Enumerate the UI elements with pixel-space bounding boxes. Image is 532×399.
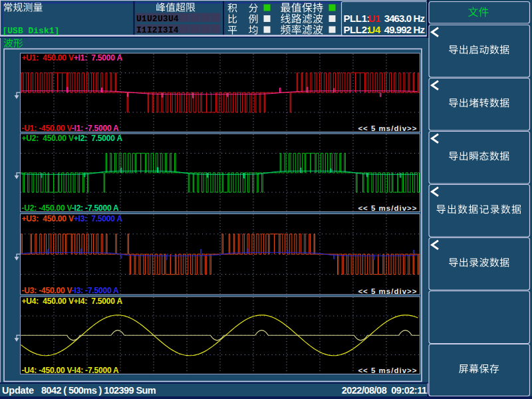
svg-text:U4: U4 — [368, 24, 381, 35]
svg-text:I4: I4 — [168, 25, 179, 35]
svg-text:I3: I3 — [158, 25, 168, 35]
svg-text:PLL1:: PLL1: — [344, 13, 370, 24]
svg-text:U2: U2 — [147, 14, 158, 24]
svg-text:49.992 Hz: 49.992 Hz — [384, 24, 425, 35]
svg-text:-U2: -450.00 V-I2: -7.5000 A: -U2: -450.00 V-I2: -7.5000 A — [22, 203, 120, 213]
svg-text:+U3: 450.00 V+I3: 7.5000 A: +U3: 450.00 V+I3: 7.5000 A — [22, 214, 123, 223]
svg-text:+U1: 450.00 V+I1: 7.5000 A: +U1: 450.00 V+I1: 7.5000 A — [22, 53, 123, 63]
svg-text:U1: U1 — [136, 14, 147, 24]
svg-text:[USB Disk1]: [USB Disk1] — [3, 26, 60, 36]
svg-text:Update: Update — [2, 385, 34, 396]
svg-text:<< 5 ms/div>>: << 5 ms/div>> — [358, 287, 417, 295]
svg-text:PLL2:: PLL2: — [344, 24, 370, 35]
svg-text:I2: I2 — [147, 25, 158, 35]
svg-text:U3: U3 — [158, 14, 168, 24]
svg-text:<< 5 ms/div>>: << 5 ms/div>> — [358, 366, 417, 374]
svg-text:+U4: 450.00 V+I4: 7.5000 A: +U4: 450.00 V+I4: 7.5000 A — [22, 297, 123, 306]
svg-text:<< 5 ms/div>>: << 5 ms/div>> — [358, 204, 417, 212]
svg-text:-U4: -450.00 V-I4: -7.5000 A: -U4: -450.00 V-I4: -7.5000 A — [22, 366, 120, 375]
svg-text:-U3: -450.00 V-I3: -7.5000 A: -U3: -450.00 V-I3: -7.5000 A — [22, 286, 120, 295]
svg-text:I1: I1 — [136, 25, 147, 35]
svg-text:3463.0 Hz: 3463.0 Hz — [384, 13, 425, 24]
svg-text:U1: U1 — [368, 13, 380, 24]
svg-text:-U1: -450.00 V-I1: -7.5000 A: -U1: -450.00 V-I1: -7.5000 A — [22, 124, 120, 133]
svg-text:<< 5 ms/div>>: << 5 ms/div>> — [358, 124, 417, 132]
svg-text:U4: U4 — [168, 14, 179, 24]
svg-text:2022/08/08 09:02:11: 2022/08/08 09:02:11 — [342, 385, 427, 396]
svg-text:+U2: 450.00 V+I2: 7.5000 A: +U2: 450.00 V+I2: 7.5000 A — [22, 134, 123, 143]
svg-text:8042 ( 500ms ) 102399 Sum: 8042 ( 500ms ) 102399 Sum — [41, 385, 156, 396]
